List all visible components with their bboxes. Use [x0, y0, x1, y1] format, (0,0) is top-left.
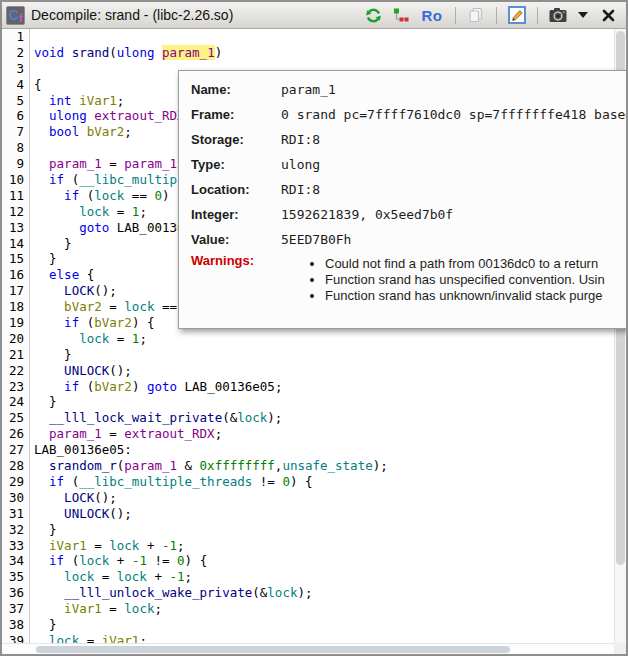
close-button[interactable] [598, 5, 618, 25]
code-line-text[interactable]: srandom_r(param_1 & 0xffffffff,unsafe_st… [30, 458, 388, 474]
code-token[interactable]: { [34, 77, 42, 92]
code-token[interactable]: + [139, 538, 162, 553]
code-token[interactable]: ( [64, 553, 79, 568]
code-token[interactable]: = [109, 204, 132, 219]
code-line[interactable]: 25 __lll_lock_wait_private(&lock); [2, 410, 614, 426]
code-token[interactable]: UNLOCK [64, 506, 109, 521]
code-token[interactable]: __libc_multiple_threads [79, 474, 252, 489]
code-token[interactable]: ; [139, 633, 147, 643]
code-token[interactable] [34, 585, 64, 600]
code-token[interactable] [34, 379, 64, 394]
code-token[interactable] [34, 506, 64, 521]
code-token[interactable]: UNLOCK [64, 363, 109, 378]
code-token[interactable]: if [49, 553, 64, 568]
code-line-text[interactable] [30, 29, 34, 45]
code-token[interactable]: ); [297, 585, 312, 600]
code-line-text[interactable]: LAB_00136e05: [30, 442, 132, 458]
code-token[interactable]: bVar2 [64, 299, 102, 314]
code-token[interactable]: ulong [117, 45, 155, 60]
code-token[interactable] [34, 108, 49, 123]
code-line[interactable]: 24 } [2, 394, 614, 410]
code-token[interactable] [34, 267, 49, 282]
code-token[interactable]: iVar1 [49, 538, 87, 553]
code-line-text[interactable]: lock = 1; [30, 204, 147, 220]
code-token[interactable]: goto [147, 379, 177, 394]
code-line-text[interactable]: lock = 1; [30, 331, 147, 347]
code-line[interactable]: 1 [2, 29, 614, 45]
code-token[interactable]: 0 [177, 553, 185, 568]
code-token[interactable] [34, 410, 49, 425]
code-token[interactable]: goto [79, 220, 109, 235]
code-token[interactable]: ; [124, 124, 132, 139]
code-line-text[interactable]: lock = iVar1; [30, 633, 147, 643]
edit-button[interactable] [507, 5, 527, 25]
code-token[interactable] [34, 299, 64, 314]
code-token[interactable]: ); [373, 458, 388, 473]
code-line-text[interactable]: } [30, 617, 57, 633]
code-line-text[interactable]: __lll_lock_wait_private(&lock); [30, 410, 282, 426]
code-line-text[interactable]: if (bVar2) goto LAB_00136e05; [30, 379, 282, 395]
code-token[interactable] [34, 172, 49, 187]
code-line-text[interactable] [30, 140, 34, 156]
code-token[interactable]: bool [49, 124, 79, 139]
code-token[interactable]: } [34, 522, 57, 537]
menu-button[interactable] [576, 5, 590, 25]
code-token[interactable]: lock [124, 601, 154, 616]
horizontal-scrollbar[interactable] [2, 643, 614, 654]
code-token[interactable]: param_1 [124, 458, 177, 473]
code-token[interactable]: -1 [132, 553, 147, 568]
code-line[interactable]: 28 srandom_r(param_1 & 0xffffffff,unsafe… [2, 458, 614, 474]
code-token[interactable]: = [102, 601, 125, 616]
code-token[interactable]: iVar1 [79, 93, 117, 108]
code-line[interactable]: 39 lock = iVar1; [2, 633, 614, 643]
code-token[interactable]: = [87, 538, 110, 553]
code-token[interactable]: param_1 [124, 156, 177, 171]
code-line[interactable]: 38 } [2, 617, 614, 633]
code-line[interactable]: 34 if (lock + -1 != 0) { [2, 553, 614, 569]
code-token[interactable]: unsafe_state [282, 458, 372, 473]
code-token[interactable]: != [252, 474, 282, 489]
code-token[interactable]: bVar2 [87, 124, 125, 139]
code-token[interactable] [34, 124, 49, 139]
code-line-text[interactable]: } [30, 522, 57, 538]
highlighted-token[interactable]: param_1 [162, 45, 215, 60]
code-token[interactable]: lock [117, 569, 147, 584]
code-token[interactable]: bVar2 [94, 315, 132, 330]
code-token[interactable]: -1 [169, 569, 184, 584]
code-token[interactable]: lock [64, 569, 94, 584]
code-token[interactable]: lock [267, 585, 297, 600]
copy-button[interactable] [466, 5, 486, 25]
code-line-text[interactable]: } [30, 394, 57, 410]
code-token[interactable] [34, 93, 49, 108]
code-token[interactable] [34, 315, 64, 330]
code-token[interactable]: param_1 [49, 156, 102, 171]
code-token[interactable]: LAB_00136e05; [177, 379, 282, 394]
code-token[interactable]: ) { [132, 315, 155, 330]
code-token[interactable]: (); [94, 490, 117, 505]
code-token[interactable]: = [94, 569, 117, 584]
code-token[interactable]: srand [72, 45, 110, 60]
code-line-text[interactable]: __lll_unlock_wake_private(&lock); [30, 585, 313, 601]
code-token[interactable] [34, 363, 64, 378]
code-token[interactable]: + [147, 569, 170, 584]
code-line[interactable]: 20 lock = 1; [2, 331, 614, 347]
call-graph-button[interactable] [391, 5, 411, 25]
code-token[interactable]: } [34, 347, 72, 362]
code-token[interactable]: ) { [185, 553, 208, 568]
code-token[interactable] [34, 458, 49, 473]
code-token[interactable]: } [34, 617, 57, 632]
code-token[interactable]: lock [237, 410, 267, 425]
code-token[interactable]: ( [64, 172, 79, 187]
code-token[interactable]: ); [267, 410, 282, 425]
code-token[interactable]: 0 [154, 188, 162, 203]
code-token[interactable]: & [177, 458, 200, 473]
code-token[interactable] [34, 633, 49, 643]
code-line[interactable]: 32 } [2, 522, 614, 538]
code-line-text[interactable]: UNLOCK(); [30, 506, 132, 522]
code-token[interactable]: = [102, 426, 125, 441]
code-token[interactable]: extraout_RDX [124, 426, 214, 441]
code-token[interactable]: ; [154, 601, 162, 616]
code-token[interactable] [34, 204, 79, 219]
code-token[interactable]: ( [109, 45, 117, 60]
code-token[interactable]: ; [185, 569, 193, 584]
